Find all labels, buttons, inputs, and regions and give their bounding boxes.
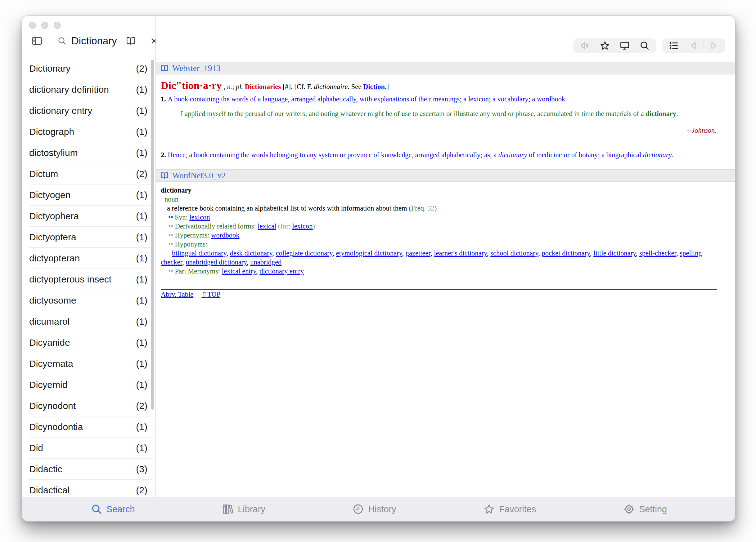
tab-search[interactable]: Search (90, 503, 135, 515)
list-item[interactable]: Dicyemata (1) (22, 353, 155, 374)
result-word: Didactic (29, 464, 136, 474)
result-count: (2) (136, 401, 147, 411)
close-button[interactable] (29, 22, 36, 29)
text-segment: Dic"tion·a·ry (161, 80, 222, 91)
find-button[interactable] (635, 38, 655, 53)
tab-favorites[interactable]: Favorites (483, 503, 536, 515)
link-unabridged[interactable]: unabridged (250, 258, 281, 266)
link-bilingual-dictionary[interactable]: bilingual dictionary (172, 249, 226, 257)
result-count: (1) (136, 190, 147, 200)
favorite-button[interactable] (595, 38, 615, 53)
link-gazetteer[interactable]: gazetteer (406, 249, 430, 257)
text-segment: , (538, 249, 542, 257)
pronounce-button[interactable] (575, 38, 595, 53)
source-name: Webster_1913 (172, 64, 220, 73)
tab-setting[interactable]: Setting (623, 503, 667, 515)
list-item[interactable]: dictostylium (1) (22, 142, 155, 164)
list-item[interactable]: dictyopterous insect (1) (22, 269, 155, 290)
list-item[interactable]: Dictyogen (1) (22, 185, 155, 206)
link-unabridged-dictionary[interactable]: unabridged dictionary (186, 258, 247, 266)
text-segment: dictionary (498, 151, 527, 159)
result-count: (1) (136, 274, 147, 284)
link-etymological-dictionary[interactable]: etymological dictionary (336, 249, 402, 257)
list-item[interactable]: dictionary definition (1) (22, 79, 155, 100)
result-count: (1) (136, 316, 147, 327)
link-pocket-dictionary[interactable]: pocket dictionary (542, 249, 590, 257)
text-segment: Hypernyms: (175, 231, 211, 239)
back-button[interactable] (684, 38, 704, 53)
source-bar-webster[interactable]: Webster_1913 (156, 62, 735, 74)
link-little-dictionary[interactable]: little dictionary (593, 249, 636, 257)
list-item[interactable]: Didactical (2) (22, 480, 155, 497)
link-wordbook[interactable]: wordbook (211, 231, 239, 239)
source-bar-wordnet[interactable]: WordNet3.0_v2 (156, 169, 735, 182)
search-input[interactable]: Dictionary (71, 35, 117, 47)
list-item[interactable]: Dictionary (2) (22, 58, 155, 79)
text-segment: •• (168, 222, 175, 230)
link-learner-s-dictionary[interactable]: learner's dictionary (434, 249, 487, 257)
tab-history[interactable]: History (352, 503, 396, 515)
text-segment: , (222, 83, 227, 91)
result-word: dictostylium (29, 148, 136, 158)
book-icon[interactable] (125, 35, 136, 47)
list-item[interactable]: dictyosome (1) (22, 290, 155, 311)
link-lexical-entry[interactable]: lexical entry (222, 267, 256, 275)
minimize-button[interactable] (41, 22, 48, 29)
tab-label: History (368, 504, 396, 514)
text-segment: , (487, 249, 490, 257)
result-count: (1) (136, 211, 147, 222)
link-dictionary-entry[interactable]: dictionary entry (259, 267, 304, 275)
list-item[interactable]: Dicynodont (2) (22, 395, 155, 416)
text-segment: pl. (236, 83, 245, 91)
list-item[interactable]: Dictum (2) (22, 164, 155, 185)
forward-button[interactable] (704, 38, 723, 53)
display-button[interactable] (615, 38, 635, 53)
list-item[interactable]: dictionary entry (1) (22, 100, 155, 121)
result-count: (1) (136, 443, 147, 453)
tab-library[interactable]: Library (222, 503, 265, 515)
list-item[interactable]: Dictyophera (1) (22, 206, 155, 227)
list-item[interactable]: Dictograph (1) (22, 121, 155, 142)
top-toolbar (573, 38, 725, 53)
text-segment: . (676, 110, 678, 118)
text-segment: . See (348, 83, 363, 91)
list-item[interactable]: Dicyemid (1) (22, 374, 155, 395)
hypernyms-line: •• Hypernyms: wordbook (168, 231, 717, 240)
text-segment: , (430, 249, 434, 257)
result-count: (2) (136, 169, 147, 179)
bottom-tab-bar: Search Library History Favorites (22, 497, 735, 521)
link-abrv-table[interactable]: Abrv. Table (161, 290, 193, 298)
traffic-lights (29, 22, 61, 29)
link-lexicon[interactable]: lexicon (292, 222, 313, 230)
search-icon (57, 36, 67, 46)
result-count: (2) (136, 63, 147, 74)
text-segment: Dictionaries (245, 83, 281, 91)
book-icon (160, 64, 169, 73)
link-desk-dictionary[interactable]: desk dictionary (230, 249, 272, 257)
list-item[interactable]: Did (1) (22, 437, 155, 459)
result-count: (1) (136, 105, 147, 116)
sidebar-toggle-button[interactable] (30, 34, 43, 47)
index-list-button[interactable] (664, 38, 684, 53)
list-item[interactable]: dicumarol (1) (22, 311, 155, 332)
result-count: (1) (136, 232, 147, 243)
definition-2: 2. Hence, a book containing the words be… (161, 150, 717, 160)
wordnet-headword: dictionary (161, 186, 717, 195)
zoom-button[interactable] (54, 22, 61, 29)
link-top[interactable]: ⇑TOP (201, 290, 220, 298)
list-item[interactable]: Dicyanide (1) (22, 332, 155, 353)
link-diction[interactable]: Diction (363, 83, 385, 91)
link-lexicon[interactable]: lexicon (189, 213, 210, 221)
list-item[interactable]: Didactic (3) (22, 459, 155, 480)
list-item[interactable]: Dicynodontia (1) (22, 416, 155, 437)
link-lexical[interactable]: lexical (258, 222, 276, 230)
list-item[interactable]: Dictyoptera (1) (22, 227, 155, 248)
link-collegiate-dictionary[interactable]: collegiate dictionary (276, 249, 333, 257)
result-word: Dicyemata (29, 358, 136, 369)
link-school-dictionary[interactable]: school dictionary (490, 249, 538, 257)
tab-label: Library (238, 504, 265, 514)
list-item[interactable]: dictyopteran (1) (22, 248, 155, 269)
sidebar-scrollbar[interactable] (151, 60, 154, 410)
tab-label: Search (106, 504, 135, 514)
link-spell-checker[interactable]: spell-checker (639, 249, 676, 257)
